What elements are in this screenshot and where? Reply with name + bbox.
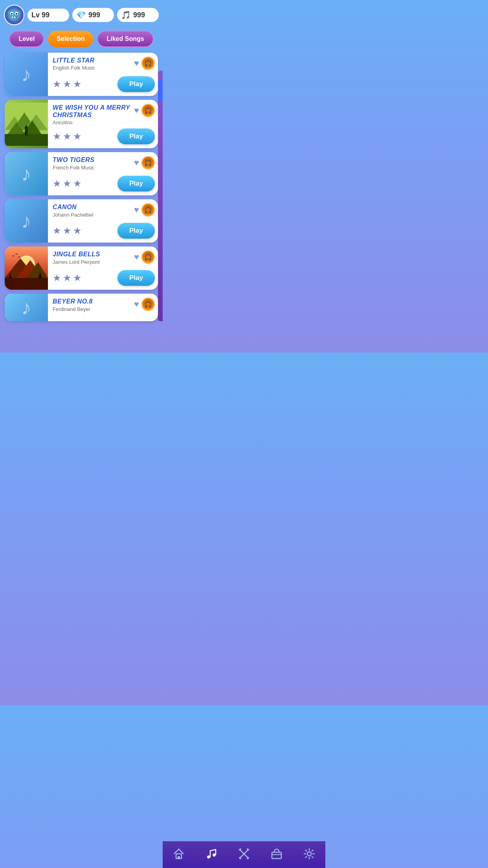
headphones-btn-3[interactable]: 🎧 (141, 156, 155, 169)
song-title-3: TWO TIGERS (53, 156, 134, 164)
headphones-btn-2[interactable]: 🎧 (141, 104, 155, 117)
stars-5: ★ ★ ★ (53, 272, 82, 283)
song-title-2: WE WISH YOU A MERRY CHRISTMAS (53, 104, 134, 119)
song-card-2: WE WISH YOU A MERRY CHRISTMAS Ancotino ♥… (5, 100, 158, 148)
song-artist-6: Ferdinand Beyer (53, 306, 134, 312)
play-btn-4[interactable]: Play (117, 223, 155, 239)
song-artist-1: English Folk Music (53, 65, 134, 71)
song-thumb-2 (5, 100, 48, 148)
play-btn-1[interactable]: Play (117, 76, 155, 92)
tab-liked[interactable]: Liked Songs (97, 31, 153, 47)
heart-icon-5[interactable]: ♥ (134, 252, 139, 262)
song-top-row-5: JINGLE BELLS James Lord Pierpont ♥ 🎧 (53, 250, 155, 265)
song-thumb-4: ♪ (5, 199, 48, 243)
star-1-3: ★ (73, 79, 82, 90)
star-3-1: ★ (53, 178, 61, 189)
stars-2: ★ ★ ★ (53, 131, 82, 142)
song-title-6: BEYER NO.8 (53, 298, 134, 305)
star-2-3: ★ (73, 131, 82, 142)
star-4-2: ★ (63, 225, 72, 236)
stars-4: ★ ★ ★ (53, 225, 82, 236)
gems-pill: 💎 999 (72, 8, 114, 22)
heart-icon-3[interactable]: ♥ (134, 158, 139, 168)
song-artist-3: French Folk Music (53, 165, 134, 171)
star-2-2: ★ (63, 131, 72, 142)
song-actions-5: ♥ 🎧 (134, 250, 155, 264)
svg-rect-10 (8, 11, 10, 14)
tab-selection[interactable]: Selection (48, 31, 93, 47)
star-4-3: ★ (73, 225, 82, 236)
music-note-icon-3: ♪ (21, 164, 31, 184)
svg-rect-2 (9, 10, 19, 20)
song-card-1: ♪ LITTLE STAR English Folk Music ♥ 🎧 ★ ★… (5, 53, 158, 96)
music-note-icon-1: ♪ (21, 64, 31, 85)
headphones-btn-4[interactable]: 🎧 (141, 203, 155, 217)
star-1-2: ★ (63, 79, 72, 90)
song-info-6: BEYER NO.8 Ferdinand Beyer ♥ 🎧 (48, 294, 158, 321)
song-thumb-6: ♪ (5, 294, 48, 321)
heart-icon-6[interactable]: ♥ (134, 299, 139, 309)
svg-point-5 (11, 13, 13, 15)
song-title-1: LITTLE STAR (53, 57, 134, 64)
music-note-icon-6: ♪ (21, 297, 31, 318)
star-5-1: ★ (53, 272, 61, 283)
music-note-icon-4: ♪ (21, 211, 31, 231)
headphones-btn-6[interactable]: 🎧 (141, 298, 155, 311)
star-4-1: ★ (53, 225, 61, 236)
song-title-group-4: CANON Johann Pachelbel (53, 203, 134, 217)
svg-rect-11 (18, 11, 20, 14)
star-3-3: ★ (73, 178, 82, 189)
song-title-group-2: WE WISH YOU A MERRY CHRISTMAS Ancotino (53, 104, 134, 125)
song-card-5: JINGLE BELLS James Lord Pierpont ♥ 🎧 ★ ★… (5, 246, 158, 290)
song-list: ♪ LITTLE STAR English Folk Music ♥ 🎧 ★ ★… (0, 53, 163, 353)
svg-point-6 (16, 13, 17, 15)
song-thumb-1: ♪ (5, 53, 48, 96)
song-info-2: WE WISH YOU A MERRY CHRISTMAS Ancotino ♥… (48, 100, 158, 148)
level-value: Lv 99 (31, 11, 50, 19)
stars-1: ★ ★ ★ (53, 79, 82, 90)
avatar[interactable] (4, 5, 24, 25)
song-bottom-row-4: ★ ★ ★ Play (53, 223, 155, 239)
top-bar: Lv 99 💎 999 🎵 999 (0, 0, 163, 28)
song-card-3: ♪ TWO TIGERS French Folk Music ♥ 🎧 ★ ★ ★ (5, 152, 158, 195)
song-top-row-1: LITTLE STAR English Folk Music ♥ 🎧 (53, 57, 155, 71)
song-title-4: CANON (53, 203, 134, 211)
song-title-group-3: TWO TIGERS French Folk Music (53, 156, 134, 170)
gems-value: 999 (88, 11, 100, 19)
song-info-1: LITTLE STAR English Folk Music ♥ 🎧 ★ ★ ★… (48, 53, 158, 96)
heart-icon-4[interactable]: ♥ (134, 205, 139, 215)
song-info-4: CANON Johann Pachelbel ♥ 🎧 ★ ★ ★ Play (48, 199, 158, 243)
song-card-6: ♪ BEYER NO.8 Ferdinand Beyer ♥ 🎧 (5, 294, 158, 321)
song-bottom-row-1: ★ ★ ★ Play (53, 76, 155, 92)
song-actions-6: ♥ 🎧 (134, 298, 155, 311)
scrollbar[interactable] (158, 71, 163, 321)
song-info-3: TWO TIGERS French Folk Music ♥ 🎧 ★ ★ ★ P… (48, 152, 158, 195)
song-actions-4: ♥ 🎧 (134, 203, 155, 217)
play-btn-3[interactable]: Play (117, 176, 155, 191)
note-icon: 🎵 (121, 10, 131, 20)
heart-icon-2[interactable]: ♥ (134, 105, 139, 116)
song-artist-2: Ancotino (53, 120, 134, 125)
song-actions-1: ♥ 🎧 (134, 57, 155, 70)
headphones-btn-1[interactable]: 🎧 (141, 57, 155, 70)
notes-pill: 🎵 999 (117, 8, 159, 22)
song-thumb-3: ♪ (5, 152, 48, 195)
song-top-row-3: TWO TIGERS French Folk Music ♥ 🎧 (53, 156, 155, 170)
svg-rect-8 (12, 17, 13, 18)
song-bottom-row-3: ★ ★ ★ Play (53, 176, 155, 191)
play-btn-5[interactable]: Play (117, 270, 155, 286)
heart-icon-1[interactable]: ♥ (134, 58, 139, 68)
tab-level[interactable]: Level (9, 31, 44, 47)
scrollbar-thumb[interactable] (158, 79, 163, 102)
star-5-2: ★ (63, 272, 72, 283)
song-bottom-row-5: ★ ★ ★ Play (53, 270, 155, 286)
song-artist-4: Johann Pachelbel (53, 212, 134, 218)
svg-rect-9 (14, 17, 15, 18)
song-title-5: JINGLE BELLS (53, 250, 134, 258)
svg-rect-28 (5, 278, 48, 290)
headphones-btn-5[interactable]: 🎧 (141, 250, 155, 264)
song-card-4: ♪ CANON Johann Pachelbel ♥ 🎧 ★ ★ ★ P (5, 199, 158, 243)
play-btn-2[interactable]: Play (117, 129, 155, 144)
notes-value: 999 (133, 11, 145, 19)
song-actions-2: ♥ 🎧 (134, 104, 155, 117)
